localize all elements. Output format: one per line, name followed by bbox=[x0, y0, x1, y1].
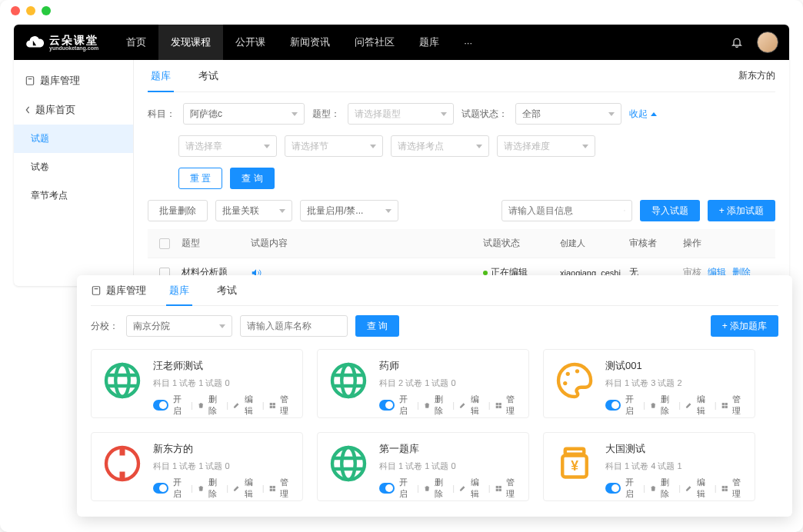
overlay-tab-bank[interactable]: 题库 bbox=[166, 275, 192, 305]
toggle-on[interactable] bbox=[605, 400, 621, 411]
add-question-button[interactable]: + 添加试题 bbox=[708, 200, 775, 221]
reset-button[interactable]: 重 置 bbox=[178, 168, 222, 189]
toggle-label: 开启 bbox=[173, 477, 186, 500]
card-manage[interactable]: 管理 bbox=[280, 394, 293, 417]
avatar[interactable] bbox=[757, 32, 778, 53]
overlay-query-button[interactable]: 查 询 bbox=[355, 315, 399, 337]
point-select[interactable]: 请选择考点 bbox=[391, 135, 489, 157]
trash-icon bbox=[424, 401, 430, 410]
branch-select[interactable]: 南京分院 bbox=[126, 315, 232, 337]
card-delete[interactable]: 删除 bbox=[208, 394, 222, 417]
status-dot-green bbox=[483, 271, 488, 275]
card-delete[interactable]: 删除 bbox=[435, 394, 448, 417]
bulk-relate-select[interactable]: 批量关联 bbox=[215, 200, 292, 221]
chevron-down-icon bbox=[441, 112, 447, 116]
toggle-on[interactable] bbox=[379, 400, 395, 411]
svg-point-7 bbox=[115, 364, 129, 397]
section-select[interactable]: 请选择节 bbox=[285, 135, 383, 157]
nav-item[interactable]: 问答社区 bbox=[342, 25, 407, 60]
card-meta: 科目 1 试卷 1 试题 0 bbox=[153, 461, 293, 472]
toggle-on[interactable] bbox=[153, 483, 168, 494]
tab-question-bank[interactable]: 题库 bbox=[148, 60, 174, 91]
main-app-window: 云朵课堂 yunduoketang.com 首页发现课程公开课新闻资讯问答社区题… bbox=[14, 25, 789, 286]
card-icon bbox=[327, 359, 370, 402]
logo[interactable]: 云朵课堂 yunduoketang.com bbox=[25, 32, 98, 52]
checkbox-all[interactable] bbox=[159, 238, 170, 249]
card-meta: 科目 1 试卷 1 试题 0 bbox=[153, 377, 293, 389]
mac-minimize[interactable] bbox=[26, 6, 35, 15]
search-box[interactable] bbox=[501, 200, 632, 221]
card-delete[interactable]: 删除 bbox=[435, 477, 448, 500]
card-icon bbox=[101, 442, 144, 485]
card-manage[interactable]: 管理 bbox=[732, 477, 745, 500]
mac-maximize[interactable] bbox=[42, 6, 51, 15]
nav-item[interactable]: 题库 bbox=[407, 25, 451, 60]
bank-search-input[interactable] bbox=[240, 315, 348, 337]
sidebar-item[interactable]: 章节考点 bbox=[14, 181, 133, 210]
chevron-down-icon bbox=[264, 145, 270, 148]
search-input[interactable] bbox=[508, 205, 624, 216]
bulk-delete-button[interactable]: 批量删除 bbox=[148, 200, 208, 221]
sidebar-item[interactable]: 试卷 bbox=[14, 153, 133, 181]
card-edit[interactable]: 编辑 bbox=[245, 477, 258, 500]
nav-item[interactable]: ··· bbox=[451, 25, 485, 60]
add-bank-button[interactable]: + 添加题库 bbox=[711, 315, 778, 337]
tab-right-label: 新东方的 bbox=[738, 69, 775, 82]
tab-exam[interactable]: 考试 bbox=[195, 60, 222, 91]
sidebar-item[interactable]: 试题 bbox=[14, 125, 133, 153]
card-title: 新东方的 bbox=[153, 442, 293, 456]
bell-icon[interactable] bbox=[731, 36, 743, 48]
card-delete[interactable]: 删除 bbox=[208, 477, 222, 500]
edit-icon bbox=[685, 401, 691, 410]
card-edit[interactable]: 编辑 bbox=[471, 394, 484, 417]
svg-rect-11 bbox=[272, 403, 274, 404]
sidebar-back-label: 题库首页 bbox=[35, 103, 75, 117]
svg-rect-19 bbox=[498, 403, 500, 404]
toggle-on[interactable] bbox=[379, 483, 395, 494]
type-label: 题型： bbox=[312, 108, 340, 121]
edit-icon bbox=[233, 401, 239, 410]
collapse-link[interactable]: 收起 bbox=[629, 108, 657, 121]
svg-rect-35 bbox=[272, 489, 274, 490]
toggle-on[interactable] bbox=[153, 400, 168, 411]
chevron-left-icon bbox=[25, 106, 31, 114]
svg-rect-18 bbox=[496, 403, 498, 404]
subject-select[interactable]: 阿萨德c bbox=[183, 103, 305, 125]
chapter-select[interactable]: 请选择章 bbox=[178, 135, 277, 157]
card-edit[interactable]: 编辑 bbox=[471, 477, 484, 500]
card-delete[interactable]: 删除 bbox=[661, 394, 674, 417]
bulk-toggle-select[interactable]: 批量启用/禁... bbox=[300, 200, 398, 221]
card-icon: ¥ bbox=[553, 442, 596, 485]
import-button[interactable]: 导入试题 bbox=[640, 200, 700, 221]
svg-text:¥: ¥ bbox=[571, 458, 578, 474]
difficulty-select[interactable]: 请选择难度 bbox=[497, 135, 595, 157]
svg-rect-4 bbox=[92, 286, 99, 294]
overlay-tab-exam[interactable]: 考试 bbox=[214, 275, 240, 305]
status-select[interactable]: 全部 bbox=[515, 103, 621, 125]
nav-item[interactable]: 发现课程 bbox=[158, 25, 223, 60]
nav-item[interactable]: 新闻资讯 bbox=[278, 25, 342, 60]
col-type: 题型 bbox=[182, 237, 251, 250]
col-status: 试题状态 bbox=[483, 237, 560, 250]
type-select[interactable]: 请选择题型 bbox=[348, 103, 454, 125]
card-manage[interactable]: 管理 bbox=[506, 394, 519, 417]
bank-card: 第一题库 科目 1 试卷 1 试题 0 开启 | 删除 | 编辑 | 管理 bbox=[317, 432, 529, 501]
nav-item[interactable]: 公开课 bbox=[223, 25, 278, 60]
card-manage[interactable]: 管理 bbox=[506, 477, 519, 500]
chevron-down-icon bbox=[370, 145, 376, 148]
edit-icon bbox=[685, 484, 691, 493]
chevron-down-icon bbox=[582, 145, 588, 148]
card-manage[interactable]: 管理 bbox=[280, 477, 293, 500]
card-delete[interactable]: 删除 bbox=[661, 477, 674, 500]
card-edit[interactable]: 编辑 bbox=[245, 394, 258, 417]
card-edit[interactable]: 编辑 bbox=[697, 477, 710, 500]
toggle-on[interactable] bbox=[605, 483, 621, 494]
sidebar-back[interactable]: 题库首页 bbox=[14, 95, 133, 125]
svg-rect-43 bbox=[498, 489, 500, 490]
query-button[interactable]: 查 询 bbox=[230, 168, 274, 189]
card-edit[interactable]: 编辑 bbox=[697, 394, 710, 417]
card-manage[interactable]: 管理 bbox=[732, 394, 745, 417]
mac-close[interactable] bbox=[11, 6, 20, 15]
nav-item[interactable]: 首页 bbox=[114, 25, 158, 60]
logo-subtext: yunduoketang.com bbox=[49, 45, 98, 51]
